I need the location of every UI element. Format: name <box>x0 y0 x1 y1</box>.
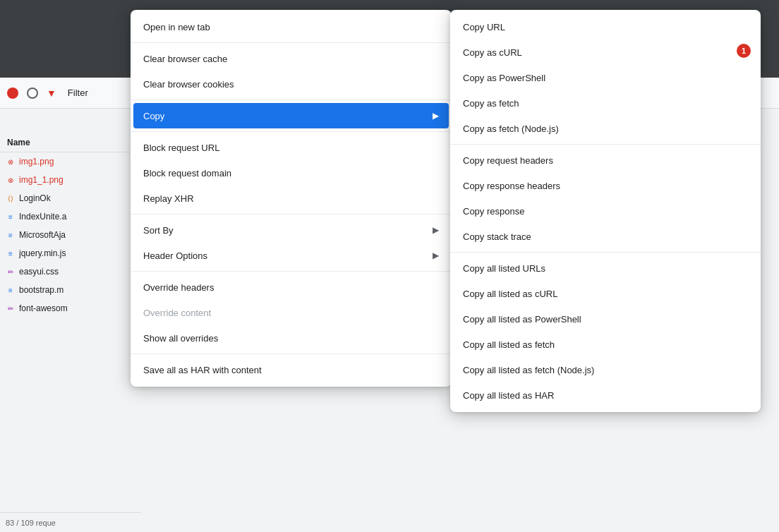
menu-item-clear-cookies[interactable]: Clear browser cookies <box>131 71 452 97</box>
menu-item-copy-request-headers[interactable]: Copy request headers <box>450 147 761 173</box>
separator <box>131 214 452 214</box>
menu-item-copy-fetch[interactable]: Copy as fetch <box>450 90 761 116</box>
list-item[interactable]: ⟨⟩ LoginOk <box>0 189 141 207</box>
script-icon: ≡ <box>6 248 16 258</box>
file-name: easyui.css <box>19 267 59 277</box>
file-name: bootstrap.m <box>19 285 64 295</box>
separator <box>131 131 452 132</box>
error-icon: ⊗ <box>6 157 16 167</box>
menu-item-override-content: Override content <box>131 300 452 325</box>
menu-item-save-har[interactable]: Save all as HAR with content <box>131 357 452 382</box>
menu-item-copy-response-headers[interactable]: Copy response headers <box>450 173 761 198</box>
list-item[interactable]: ✏ font-awesom <box>0 299 141 318</box>
file-name: img1.png <box>19 157 54 167</box>
separator <box>131 99 452 100</box>
list-item[interactable]: ⊗ img1_1.png <box>0 171 141 189</box>
menu-item-override-headers[interactable]: Override headers <box>131 274 452 300</box>
menu-item-header-options[interactable]: Header Options ▶ <box>131 243 452 268</box>
menu-item-copy-all-fetch-nodejs[interactable]: Copy all listed as fetch (Node.js) <box>450 357 761 382</box>
file-name: MicrosoftAja <box>19 230 66 240</box>
primary-context-menu: Open in new tab Clear browser cache Clea… <box>131 10 452 387</box>
menu-item-copy-stack-trace[interactable]: Copy stack trace <box>450 224 761 249</box>
css-icon: ✏ <box>6 267 16 277</box>
file-name: LoginOk <box>19 193 51 203</box>
notification-badge: 1 <box>737 44 751 58</box>
separator <box>450 252 761 253</box>
list-item[interactable]: ≡ bootstrap.m <box>0 281 141 299</box>
separator <box>450 144 761 145</box>
menu-item-copy-all-urls[interactable]: Copy all listed URLs <box>450 255 761 281</box>
menu-item-copy-all-fetch[interactable]: Copy all listed as fetch <box>450 332 761 357</box>
script-icon: ≡ <box>6 230 16 240</box>
submenu-arrow-icon: ▶ <box>433 250 439 260</box>
status-text: 83 / 109 reque <box>6 519 56 527</box>
file-list: ⊗ img1.png ⊗ img1_1.png ⟨⟩ LoginOk ≡ Ind… <box>0 152 141 318</box>
error-icon: ⊗ <box>6 175 16 185</box>
menu-item-copy-curl[interactable]: Copy as cURL 1 <box>450 40 761 65</box>
submenu-arrow-icon: ▶ <box>433 225 439 235</box>
menu-item-show-overrides[interactable]: Show all overrides <box>131 325 452 351</box>
menu-item-copy[interactable]: Copy ▶ <box>133 103 449 128</box>
menu-item-replay-xhr[interactable]: Replay XHR <box>131 186 452 211</box>
list-item[interactable]: ≡ IndexUnite.a <box>0 207 141 226</box>
separator <box>131 42 452 43</box>
clear-icon[interactable] <box>27 87 38 99</box>
script-icon: ≡ <box>6 285 16 295</box>
menu-item-sort-by[interactable]: Sort By ▶ <box>131 217 452 243</box>
menu-item-copy-all-curl[interactable]: Copy all listed as cURL <box>450 281 761 306</box>
menu-item-copy-powershell[interactable]: Copy as PowerShell <box>450 65 761 90</box>
xhr-icon: ⟨⟩ <box>6 193 16 203</box>
list-item[interactable]: ✏ easyui.css <box>0 262 141 281</box>
menu-item-block-url[interactable]: Block request URL <box>131 135 452 160</box>
doc-icon: ≡ <box>6 212 16 222</box>
file-name: img1_1.png <box>19 175 64 185</box>
file-name: jquery.min.js <box>19 248 66 258</box>
menu-item-open-tab[interactable]: Open in new tab <box>131 14 452 40</box>
name-column-header: Name <box>0 133 141 152</box>
record-icon[interactable] <box>7 87 18 99</box>
menu-item-copy-fetch-nodejs[interactable]: Copy as fetch (Node.js) <box>450 116 761 141</box>
menu-item-copy-response[interactable]: Copy response <box>450 198 761 224</box>
filter-icon[interactable]: ▼ <box>47 87 56 99</box>
separator <box>131 271 452 272</box>
filter-label: Filter <box>68 87 88 98</box>
menu-item-block-domain[interactable]: Block request domain <box>131 160 452 186</box>
file-name: IndexUnite.a <box>19 212 66 222</box>
file-name: font-awesom <box>19 303 68 313</box>
list-item[interactable]: ≡ jquery.min.js <box>0 244 141 262</box>
list-item[interactable]: ⊗ img1.png <box>0 152 141 171</box>
menu-item-clear-cache[interactable]: Clear browser cache <box>131 46 452 71</box>
submenu-arrow-icon: ▶ <box>433 111 439 121</box>
menu-item-copy-url[interactable]: Copy URL <box>450 14 761 40</box>
menu-item-copy-all-har[interactable]: Copy all listed as HAR <box>450 382 761 408</box>
secondary-context-menu: Copy URL Copy as cURL 1 Copy as PowerShe… <box>450 10 761 412</box>
list-item[interactable]: ≡ MicrosoftAja <box>0 226 141 244</box>
css-icon: ✏ <box>6 303 16 313</box>
separator <box>131 353 452 354</box>
menu-item-copy-all-powershell[interactable]: Copy all listed as PowerShell <box>450 306 761 332</box>
status-bar: 83 / 109 reque <box>0 512 141 532</box>
